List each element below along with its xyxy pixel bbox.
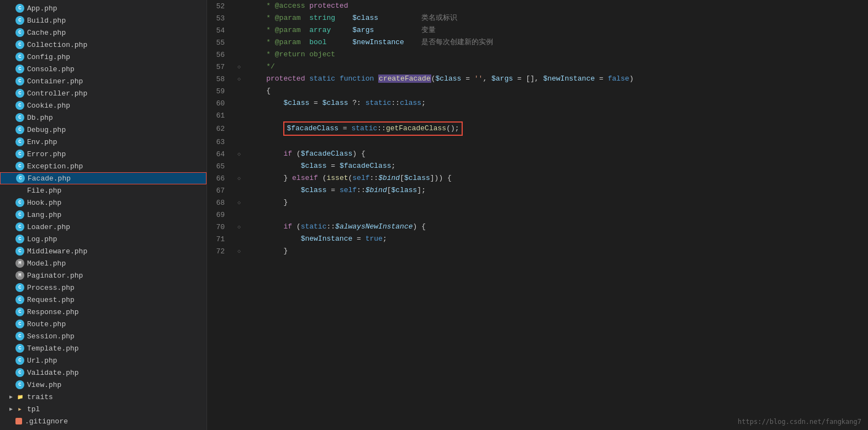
file-label: Loader.php (27, 223, 202, 231)
arrow-icon (7, 295, 15, 304)
sidebar-item-Validate-php[interactable]: CValidate.php (0, 367, 207, 379)
sidebar-item-Cookie-php[interactable]: CCookie.php (0, 99, 207, 112)
sidebar-item--gitignore[interactable]: .gitignore (0, 415, 207, 427)
sidebar-item-Middleware-php[interactable]: CMiddleware.php (0, 245, 207, 257)
file-label: Build.php (27, 17, 202, 25)
code-content (245, 109, 868, 121)
file-label: Hook.php (27, 199, 202, 207)
arrow-icon (7, 16, 15, 25)
sidebar-item-traits[interactable]: ▶📁traits (0, 391, 207, 403)
file-icon: C (15, 210, 24, 219)
arrow-icon (7, 4, 15, 13)
code-line-68: 68◇ } (207, 197, 868, 209)
arrow-icon (7, 113, 15, 122)
file-label: Env.php (27, 138, 202, 146)
arrow-icon: ▶ (7, 392, 15, 401)
sidebar-item-App-php[interactable]: CApp.php (0, 2, 207, 14)
code-content: } (245, 245, 868, 257)
file-icon: C (15, 368, 24, 377)
sidebar-item--htaccess[interactable]: .htaccess (0, 427, 207, 430)
sidebar-item-Hook-php[interactable]: CHook.php (0, 197, 207, 209)
line-number: 54 (207, 24, 234, 36)
sidebar-item-Process-php[interactable]: CProcess.php (0, 282, 207, 294)
sidebar-item-Url-php[interactable]: CUrl.php (0, 354, 207, 367)
code-line-62: 62 $facadeClass = static::getFacadeClass… (207, 121, 868, 136)
gutter-icon (234, 209, 245, 221)
sidebar-item-Build-php[interactable]: CBuild.php (0, 14, 207, 26)
code-line-57: 57◇ */ (207, 61, 868, 73)
code-line-65: 65 $class = $facadeClass; (207, 160, 868, 172)
file-label: Config.php (27, 53, 202, 61)
gutter-icon: ◇ (234, 197, 245, 209)
file-icon: C (15, 198, 24, 207)
arrow-icon (7, 283, 15, 292)
watermark: https://blog.csdn.net/fangkang7 (738, 418, 861, 426)
file-label: Error.php (27, 150, 202, 158)
sidebar-item-Error-php[interactable]: CError.php (0, 148, 207, 160)
file-label: Cookie.php (27, 102, 202, 110)
sidebar-item-Paginator-php[interactable]: MPaginator.php (0, 269, 207, 282)
sidebar-item-Template-php[interactable]: CTemplate.php (0, 342, 207, 354)
file-icon: C (15, 125, 24, 134)
sidebar-item-File-php[interactable]: File.php (0, 184, 207, 197)
sidebar-item-Debug-php[interactable]: CDebug.php (0, 124, 207, 136)
line-number: 58 (207, 73, 234, 85)
code-line-52: 52 * @access protected (207, 0, 868, 12)
gutter-icon: ◇ (234, 148, 245, 160)
file-label: Console.php (27, 65, 202, 73)
file-icon: C (15, 356, 24, 365)
arrow-icon (7, 417, 15, 426)
file-label: Facade.php (28, 174, 202, 183)
file-icon: C (15, 65, 24, 73)
file-type-icon (15, 418, 22, 424)
file-label: Validate.php (27, 369, 202, 377)
sidebar-item-Exception-php[interactable]: CException.php (0, 160, 207, 172)
file-label: Session.php (27, 332, 202, 341)
sidebar-item-Facade-php[interactable]: CFacade.php (0, 172, 207, 184)
sidebar-item-Console-php[interactable]: CConsole.php (0, 63, 207, 75)
sidebar-item-Db-php[interactable]: CDb.php (0, 112, 207, 124)
line-number: 65 (207, 160, 234, 172)
file-label: Url.php (27, 357, 202, 365)
code-content: } (245, 197, 868, 209)
file-label: Log.php (27, 235, 202, 243)
sidebar-item-Session-php[interactable]: CSession.php (0, 330, 207, 342)
sidebar-item-Loader-php[interactable]: CLoader.php (0, 221, 207, 233)
arrow-icon (7, 320, 15, 328)
sidebar-item-Route-php[interactable]: CRoute.php (0, 318, 207, 330)
gutter-icon (234, 97, 245, 109)
file-icon: C (15, 307, 24, 316)
sidebar-item-Response-php[interactable]: CResponse.php (0, 306, 207, 318)
file-icon: C (15, 332, 24, 341)
file-icon: C (15, 113, 24, 122)
code-line-72: 72◇ } (207, 245, 868, 257)
code-line-64: 64◇ if ($facadeClass) { (207, 148, 868, 160)
line-number: 69 (207, 209, 234, 221)
gutter-icon (234, 24, 245, 36)
arrow-icon (7, 344, 15, 353)
code-content: $class = $class ?: static::class; (245, 97, 868, 109)
code-line-54: 54 * @param array $args 变量 (207, 24, 868, 36)
code-content: { (245, 85, 868, 97)
file-label: traits (27, 393, 202, 401)
gutter-icon: ◇ (234, 172, 245, 184)
sidebar-item-Controller-php[interactable]: CController.php (0, 87, 207, 99)
file-label: .gitignore (25, 417, 202, 426)
sidebar-item-View-php[interactable]: CView.php (0, 379, 207, 391)
sidebar-item-Config-php[interactable]: CConfig.php (0, 51, 207, 63)
sidebar-item-Request-php[interactable]: CRequest.php (0, 294, 207, 306)
arrow-icon (7, 356, 15, 365)
arrow-icon (7, 198, 15, 207)
sidebar-item-Env-php[interactable]: CEnv.php (0, 136, 207, 148)
sidebar-item-Lang-php[interactable]: CLang.php (0, 209, 207, 221)
sidebar-item-Log-php[interactable]: CLog.php (0, 233, 207, 245)
code-content (245, 209, 868, 221)
sidebar-item-tpl[interactable]: ▶▶tpl (0, 403, 207, 415)
sidebar-item-Cache-php[interactable]: CCache.php (0, 26, 207, 39)
sidebar-item-Collection-php[interactable]: CCollection.php (0, 39, 207, 51)
code-content: $facadeClass = static::getFacadeClass(); (245, 121, 868, 136)
sidebar-item-Container-php[interactable]: CContainer.php (0, 75, 207, 87)
line-number: 55 (207, 36, 234, 49)
line-number: 70 (207, 221, 234, 233)
sidebar-item-Model-php[interactable]: MModel.php (0, 257, 207, 269)
